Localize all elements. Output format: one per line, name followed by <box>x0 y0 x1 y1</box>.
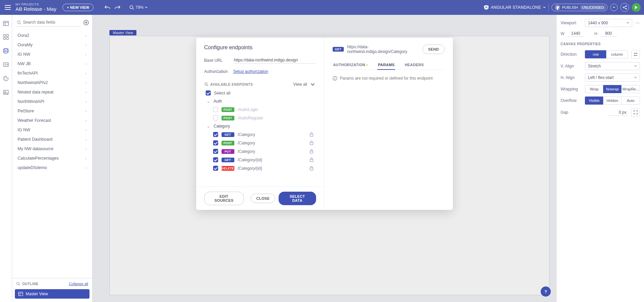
rail-components-icon[interactable] <box>3 34 9 40</box>
publish-button[interactable]: PUBLISH UNLICENSED <box>551 4 608 11</box>
datasource-item[interactable]: NorthwindAPIv2› <box>13 78 92 87</box>
menu-icon[interactable] <box>3 4 12 11</box>
datasource-item[interactable]: updateDSdemo› <box>13 163 92 172</box>
plus-circle-icon <box>83 20 89 25</box>
rail-variables-icon[interactable] <box>3 62 9 67</box>
endpoint-group-auth[interactable]: ⌄Auth <box>204 97 315 105</box>
endpoint-group-category[interactable]: ⌄Category <box>204 122 315 130</box>
endpoint-row[interactable]: DELETE /Category/{id} <box>204 164 315 172</box>
datasource-item[interactable]: Weather Forecast› <box>13 116 92 125</box>
add-datasource-button[interactable] <box>83 20 89 25</box>
datasource-item[interactable]: Patient Dashboard› <box>13 135 92 144</box>
preview-button[interactable] <box>632 3 641 12</box>
chevron-down-icon <box>309 83 316 86</box>
select-all-row[interactable]: Select all <box>204 89 315 97</box>
redo-icon[interactable] <box>114 4 121 11</box>
datasource-label: OuraMy <box>18 43 32 47</box>
datasource-item[interactable]: NorthWindAPI› <box>13 97 92 106</box>
endpoint-checkbox[interactable] <box>213 140 218 145</box>
wrapping-label: Wrapping <box>561 87 582 91</box>
datasource-item[interactable]: IG NW› <box>13 50 92 59</box>
chevron-right-icon: › <box>85 166 87 170</box>
lock-icon <box>310 141 313 145</box>
wrap-button[interactable]: Wrap <box>585 85 603 93</box>
publish-dropdown[interactable] <box>610 4 618 11</box>
endpoint-checkbox[interactable] <box>213 107 218 112</box>
datasource-item[interactable]: Nested data repeat› <box>13 87 92 97</box>
rail-assets-icon[interactable] <box>3 89 9 95</box>
datasource-item[interactable]: IG NW› <box>13 125 92 135</box>
rail-data-icon[interactable] <box>3 48 9 54</box>
datasource-label: finTechAPI <box>18 71 38 76</box>
endpoint-checkbox[interactable] <box>213 157 218 162</box>
select-all-checkbox[interactable] <box>206 90 211 95</box>
search-input[interactable] <box>16 18 81 27</box>
endpoint-filter[interactable]: View all <box>293 82 316 87</box>
datasource-item[interactable]: My NW datasource› <box>13 144 92 154</box>
breadcrumb[interactable]: MY PROJECTS <box>16 3 56 6</box>
datasource-item[interactable]: NW JB› <box>13 59 92 68</box>
halign-select[interactable]: Left / flex-start <box>585 74 640 82</box>
endpoint-checkbox[interactable] <box>213 132 218 137</box>
direction-column-button[interactable]: column <box>606 50 628 58</box>
gap-lock-button[interactable] <box>631 108 640 117</box>
svg-point-3 <box>625 5 626 6</box>
collapse-all-link[interactable]: Collapse all <box>69 282 88 286</box>
endpoint-checkbox[interactable] <box>213 149 218 154</box>
base-url-input[interactable]: https://data-northwind.indigo.design <box>233 57 316 64</box>
datasource-item[interactable]: finTechAPI› <box>13 68 92 78</box>
overflow-hidden-button[interactable]: Hidden <box>603 97 621 105</box>
outline-item-master[interactable]: Master View <box>15 289 89 299</box>
endpoint-checkbox[interactable] <box>213 166 218 171</box>
width-input[interactable]: 1440 <box>567 30 584 37</box>
canvas[interactable]: Master View Configure endpoints Base URL… <box>93 15 556 302</box>
nowrap-button[interactable]: Nowrap <box>603 85 621 93</box>
gap-input[interactable]: 0 px <box>608 109 628 116</box>
chevron-down-icon <box>634 65 637 67</box>
send-button[interactable]: SEND <box>422 45 445 54</box>
framework-select[interactable]: ANGULAR STANDALONE <box>484 5 546 10</box>
overflow-auto-button[interactable]: Auto <box>621 97 640 105</box>
datasource-label: CalculatePercentages <box>18 156 59 161</box>
overflow-visible-button[interactable]: Visible <box>585 97 603 105</box>
viewport-more[interactable]: ⋯ <box>636 21 640 25</box>
endpoint-row[interactable]: PUT /Category <box>204 147 315 156</box>
datasource-item[interactable]: PetStore› <box>13 106 92 116</box>
endpoint-row[interactable]: GET /Category/{id} <box>204 156 315 164</box>
rail-theme-icon[interactable] <box>3 76 9 81</box>
share-button[interactable] <box>620 3 629 12</box>
tab-headers[interactable]: HEADERS <box>404 60 424 70</box>
license-badge: UNLICENSED <box>580 5 606 10</box>
close-button[interactable]: CLOSE <box>251 194 275 203</box>
datasource-item[interactable]: Oura2› <box>13 31 92 40</box>
zoom-control[interactable]: 79% <box>129 5 148 10</box>
undo-icon[interactable] <box>104 4 111 11</box>
datasource-label: My NW datasource <box>18 146 53 151</box>
help-button[interactable]: ? <box>541 286 551 297</box>
direction-swap-button[interactable] <box>631 50 640 59</box>
endpoint-checkbox[interactable] <box>213 115 218 120</box>
edit-sources-button[interactable]: EDIT SOURCES <box>204 192 244 205</box>
endpoint-path: /Category/{id} <box>238 158 262 162</box>
setup-authorization-link[interactable]: Setup authorization <box>233 69 268 74</box>
tab-params[interactable]: PARAMS <box>377 60 395 70</box>
viewport-select[interactable]: 1440 x 900 <box>585 19 632 27</box>
valign-select[interactable]: Stretch <box>585 62 640 70</box>
wraprev-button[interactable]: WrapRe... <box>621 85 640 93</box>
rail-views-icon[interactable] <box>3 21 9 26</box>
method-pill-get: GET <box>222 132 234 137</box>
direction-row-button[interactable]: row <box>585 50 606 58</box>
endpoint-row[interactable]: POST /Category <box>204 139 315 147</box>
svg-rect-7 <box>6 34 8 36</box>
endpoint-row[interactable]: POST /Auth/Login <box>204 105 315 114</box>
datasource-item[interactable]: OuraMy› <box>13 40 92 50</box>
svg-rect-20 <box>19 292 23 296</box>
endpoint-row[interactable]: GET /Category <box>204 130 315 139</box>
height-input[interactable]: 900 <box>600 30 617 37</box>
endpoint-path: /Category <box>238 141 255 145</box>
datasource-item[interactable]: CalculatePercentages› <box>13 154 92 163</box>
tab-authorization[interactable]: AUTHORIZATION• <box>333 60 369 70</box>
new-view-button[interactable]: + NEW VIEW <box>62 4 94 11</box>
endpoint-row[interactable]: POST /Auth/Register <box>204 114 315 122</box>
select-data-button[interactable]: SELECT DATA <box>279 192 316 205</box>
